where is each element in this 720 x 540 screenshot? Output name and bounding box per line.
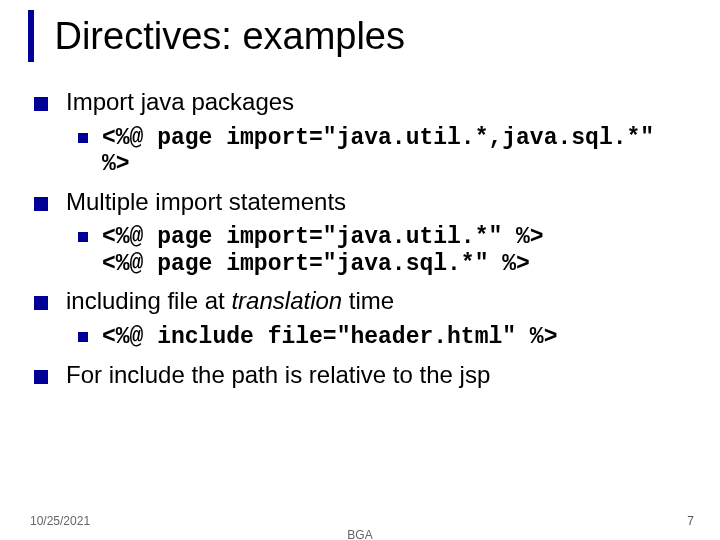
footer-date: 10/25/2021 [30, 514, 90, 528]
bullet-level2: <%@ page import="java.util.*" %> <%@ pag… [78, 224, 690, 277]
square-bullet-icon [78, 332, 88, 342]
bullet-level1: including file at translation time [34, 287, 690, 316]
slide-title: Directives: examples [54, 15, 405, 58]
bullet-text: For include the path is relative to the … [66, 361, 690, 390]
emphasis-text: translation [231, 287, 342, 314]
square-bullet-icon [78, 232, 88, 242]
square-bullet-icon [34, 97, 48, 111]
slide-body: Import java packages <%@ page import="ja… [34, 88, 690, 397]
bullet-level2: <%@ include file="header.html" %> [78, 324, 690, 350]
footer-page-number: 7 [687, 514, 694, 528]
bullet-level1: For include the path is relative to the … [34, 361, 690, 390]
bullet-level1: Import java packages [34, 88, 690, 117]
title-accent-bar [28, 10, 34, 62]
footer-center: BGA [0, 528, 720, 540]
bullet-text: Import java packages [66, 88, 690, 117]
code-snippet: <%@ page import="java.util.*,java.sql.*"… [102, 125, 690, 178]
bullet-text: including file at translation time [66, 287, 690, 316]
square-bullet-icon [34, 370, 48, 384]
bullet-level1: Multiple import statements [34, 188, 690, 217]
code-snippet: <%@ include file="header.html" %> [102, 324, 557, 350]
square-bullet-icon [34, 197, 48, 211]
text-run: including file at [66, 287, 231, 314]
bullet-level2: <%@ page import="java.util.*,java.sql.*"… [78, 125, 690, 178]
bullet-text: Multiple import statements [66, 188, 690, 217]
code-snippet: <%@ page import="java.util.*" %> <%@ pag… [102, 224, 544, 277]
square-bullet-icon [78, 133, 88, 143]
title-block: Directives: examples [28, 10, 405, 62]
square-bullet-icon [34, 296, 48, 310]
text-run: time [342, 287, 394, 314]
